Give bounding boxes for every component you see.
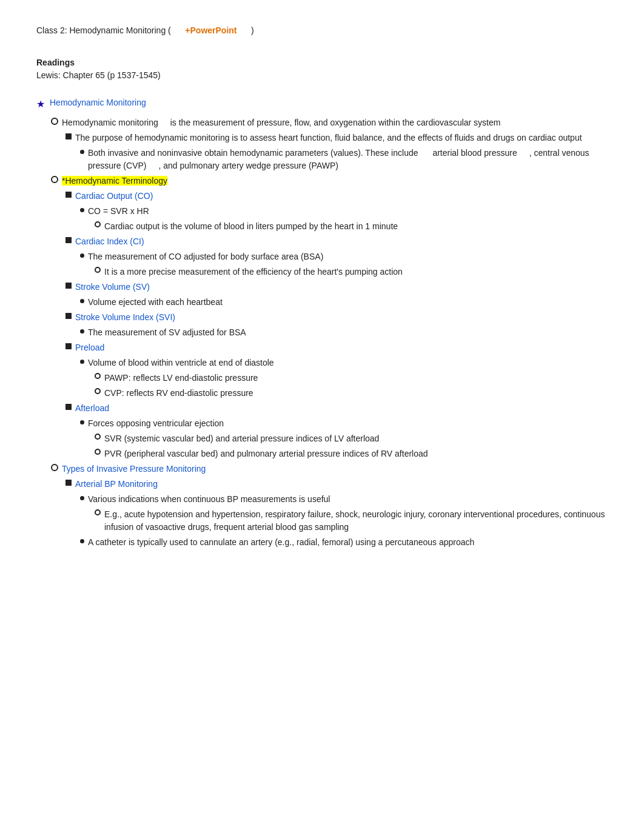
square-bullet-co [65, 192, 72, 198]
subcircle-item-ci: It is a more precise measurement of the … [36, 266, 608, 278]
hemodynamic-terminology-highlight: *Hemodynamic Terminology [62, 176, 167, 186]
header: Class 2: Hemodynamic Monitoring ( +Power… [36, 24, 608, 37]
subcircle-item-eg: E.g., acute hypotension and hypertension… [36, 508, 608, 534]
dot-item-ci: The measurement of CO adjusted for body … [36, 250, 608, 263]
subcircle-item-pvr: PVR (peripheral vascular bed) and pulmon… [36, 448, 608, 460]
dot-item-preload: Volume of blood within ventricle at end … [36, 357, 608, 369]
square-text-abp: Arterial BP Monitoring [75, 478, 608, 491]
powerpoint-link[interactable]: +PowerPoint [185, 24, 236, 37]
subcircle-bullet-ci [95, 267, 101, 273]
square-text-ci: Cardiac Index (CI) [75, 235, 608, 248]
circle-bullet-3 [51, 464, 58, 471]
square-item-svi: Stroke Volume Index (SVI) [36, 311, 608, 324]
square-list-invasive: Arterial BP Monitoring Various indicatio… [36, 478, 608, 549]
readings-section: Readings Lewis: Chapter 65 (p 1537-1545) [36, 56, 608, 82]
dot-item-afterload: Forces opposing ventricular ejection [36, 417, 608, 430]
subcircle-list-co: Cardiac output is the volume of blood in… [36, 220, 608, 233]
dot-text-preload: Volume of blood within ventricle at end … [88, 357, 608, 369]
dot-item-svi: The measurement of SV adjusted for BSA [36, 326, 608, 339]
dot-text-abp-catheter: A catheter is typically used to cannulat… [88, 536, 608, 549]
subcircle-bullet-svr [95, 434, 101, 440]
square-bullet-afterload [65, 404, 72, 410]
dot-abp-container: Various indications when continuous BP m… [36, 493, 608, 549]
gap-space2 [240, 24, 249, 37]
dot-afterload-container: Forces opposing ventricular ejection SVR… [36, 417, 608, 460]
subcircle-text-cvp: CVP: reflects RV end-diastolic pressure [104, 387, 608, 400]
circle-item-1: Hemodynamic monitoringis the measurement… [36, 116, 608, 129]
square-bullet-abp [65, 480, 72, 486]
dot-text-ci: The measurement of CO adjusted for body … [88, 250, 608, 263]
dot-bullet-both [80, 150, 84, 154]
subcircle-afterload-container: SVR (systemic vascular bed) and arterial… [36, 432, 608, 460]
subcircle-text-svr: SVR (systemic vascular bed) and arterial… [104, 432, 608, 445]
subcircle-text-ci: It is a more precise measurement of the … [104, 266, 608, 278]
dot-co-container: CO = SVR x HR Cardiac output is the volu… [36, 205, 608, 233]
circle-item-3: Types of Invasive Pressure Monitoring [36, 463, 608, 475]
subcircle-bullet-cvp [95, 388, 101, 394]
subcircle-text-eg: E.g., acute hypotension and hypertension… [104, 508, 608, 534]
dot-bullet-ci [80, 253, 84, 258]
class-label: Class 2: Hemodynamic Monitoring ( [36, 24, 171, 37]
subcircle-list-preload: PAWP: reflects LV end-diastolic pressure… [36, 372, 608, 400]
class-label-end: ) [251, 24, 254, 37]
dot-list-co: CO = SVR x HR Cardiac output is the volu… [36, 205, 608, 233]
dot-text-afterload: Forces opposing ventricular ejection [88, 417, 608, 430]
dot-text-both: Both invasive and noninvasive obtain hem… [88, 147, 608, 172]
square-bullet-purpose [65, 133, 72, 139]
readings-title: Readings [36, 56, 608, 69]
circle-item-2: *Hemodynamic Terminology [36, 175, 608, 187]
subcircle-ci-container: It is a more precise measurement of the … [36, 266, 608, 278]
subcircle-bullet-pvr [95, 449, 101, 455]
hemodynamic-monitoring-label: Hemodynamic Monitoring [50, 96, 146, 109]
dot-bullet-co [80, 208, 84, 212]
square-text-co: Cardiac Output (CO) [75, 190, 608, 203]
circle-text-1: Hemodynamic monitoringis the measurement… [62, 116, 608, 129]
dot-list-abp: Various indications when continuous BP m… [36, 493, 608, 549]
square-list-terminology: Cardiac Output (CO) CO = SVR x HR [36, 190, 608, 460]
dot-list-preload: Volume of blood within ventricle at end … [36, 357, 608, 400]
square-text-preload: Preload [75, 341, 608, 354]
main-content: ★ Hemodynamic Monitoring Hemodynamic mon… [36, 96, 608, 549]
circle-text-3: Types of Invasive Pressure Monitoring [62, 463, 608, 475]
square-bullet-sv [65, 283, 72, 289]
dot-list-container: Both invasive and noninvasive obtain hem… [36, 147, 608, 172]
circle-item-2-children: Cardiac Output (CO) CO = SVR x HR [36, 190, 608, 460]
subcircle-list-afterload: SVR (systemic vascular bed) and arterial… [36, 432, 608, 460]
circle-item-1-children: The purpose of hemodynamic monitoring is… [36, 132, 608, 172]
dot-svi-container: The measurement of SV adjusted for BSA [36, 326, 608, 339]
dot-text-sv: Volume ejected with each heartbeat [88, 296, 608, 309]
dot-text-co-formula: CO = SVR x HR [88, 205, 608, 218]
square-item-ci: Cardiac Index (CI) [36, 235, 608, 248]
square-item-sv: Stroke Volume (SV) [36, 281, 608, 293]
subcircle-abp-container: E.g., acute hypotension and hypertension… [36, 508, 608, 534]
gap-space [173, 24, 183, 37]
dot-text-abp-indications: Various indications when continuous BP m… [88, 493, 608, 506]
subcircle-bullet-eg [95, 509, 101, 515]
square-text-sv: Stroke Volume (SV) [75, 281, 608, 293]
square-text-purpose: The purpose of hemodynamic monitoring is… [75, 132, 608, 144]
dot-item-co-formula: CO = SVR x HR [36, 205, 608, 218]
star-icon: ★ [36, 97, 45, 112]
dot-list-ci: The measurement of CO adjusted for body … [36, 250, 608, 278]
subcircle-text-pawp: PAWP: reflects LV end-diastolic pressure [104, 372, 608, 384]
square-text-afterload: Afterload [75, 402, 608, 415]
dot-bullet-svi [80, 329, 84, 334]
subcircle-co-container: Cardiac output is the volume of blood in… [36, 220, 608, 233]
subcircle-item-co: Cardiac output is the volume of blood in… [36, 220, 608, 233]
square-item-abp: Arterial BP Monitoring [36, 478, 608, 491]
subcircle-list-ci: It is a more precise measurement of the … [36, 266, 608, 278]
subcircle-text-co: Cardiac output is the volume of blood in… [104, 220, 608, 233]
dot-bullet-afterload [80, 420, 84, 424]
square-item-co: Cardiac Output (CO) [36, 190, 608, 203]
readings-detail: Lewis: Chapter 65 (p 1537-1545) [36, 69, 608, 82]
dot-bullet-abp-catheter [80, 539, 84, 543]
subcircle-text-pvr: PVR (peripheral vascular bed) and pulmon… [104, 448, 608, 460]
circle-bullet-1 [51, 118, 58, 125]
circle-text-2: *Hemodynamic Terminology [62, 175, 608, 187]
subcircle-list-abp: E.g., acute hypotension and hypertension… [36, 508, 608, 534]
dot-list-afterload: Forces opposing ventricular ejection SVR… [36, 417, 608, 460]
square-item-preload: Preload [36, 341, 608, 354]
square-item-purpose: The purpose of hemodynamic monitoring is… [36, 132, 608, 144]
dot-bullet-sv [80, 299, 84, 303]
square-item-afterload: Afterload [36, 402, 608, 415]
